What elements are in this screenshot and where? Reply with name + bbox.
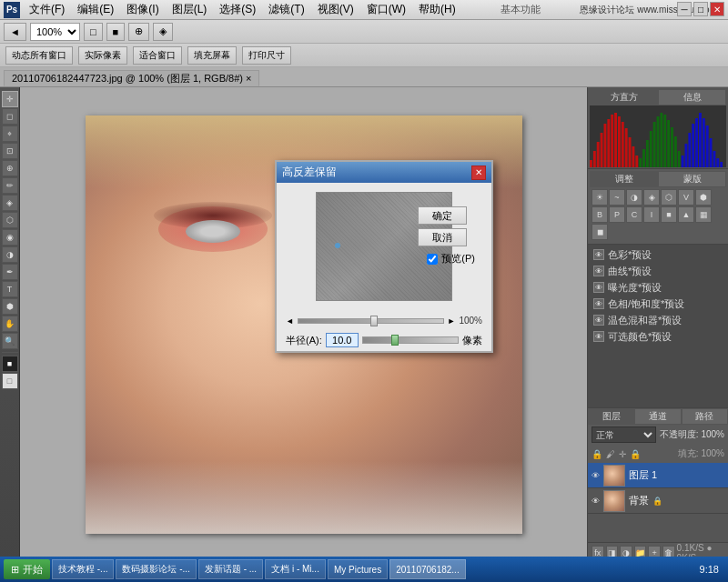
adj-item-4[interactable]: 👁 温色混和器*预设 bbox=[590, 312, 726, 328]
layer-tab1[interactable]: 图层 bbox=[588, 408, 634, 425]
layer-tab2[interactable]: 通道 bbox=[634, 408, 681, 425]
pen-tool[interactable]: ✒ bbox=[2, 264, 18, 280]
confirm-btn[interactable]: 确定 bbox=[418, 206, 467, 225]
taskbar-item-0[interactable]: 技术教程 -... bbox=[52, 559, 114, 579]
slider-thumb[interactable] bbox=[370, 316, 378, 326]
adj-btn-photo[interactable]: P bbox=[609, 206, 625, 223]
adj-btn-vibrance[interactable]: V bbox=[678, 189, 694, 206]
layer-tab3[interactable]: 路径 bbox=[682, 408, 728, 425]
blur-tool[interactable]: ◉ bbox=[2, 229, 18, 246]
adj-btn-selective[interactable]: ◼ bbox=[592, 224, 608, 240]
menu-select[interactable]: 选择(S) bbox=[214, 1, 261, 18]
adj-btn-thresh[interactable]: ▲ bbox=[678, 206, 694, 223]
adj-btn-invert[interactable]: I bbox=[643, 206, 660, 223]
toolbar-btn3[interactable]: ⊕ bbox=[128, 23, 149, 41]
start-button[interactable]: ⊞ 开始 bbox=[4, 559, 50, 579]
bucket-tool[interactable]: ⬡ bbox=[2, 212, 18, 228]
toolbar2-btn1[interactable]: 动态所有窗口 bbox=[5, 46, 73, 65]
foreground-color[interactable]: ■ bbox=[2, 356, 18, 372]
preview-checkbox[interactable]: 预览(P) bbox=[427, 252, 475, 266]
dialog-close-btn[interactable]: ✕ bbox=[471, 166, 486, 180]
eye-icon-4[interactable]: 👁 bbox=[593, 315, 604, 326]
dodge-tool[interactable]: ◑ bbox=[2, 246, 18, 263]
eye-icon-0[interactable]: 👁 bbox=[593, 249, 604, 260]
layer-item-0[interactable]: 👁 图层 1 bbox=[588, 463, 728, 488]
adj-item-2[interactable]: 👁 曝光度*预设 bbox=[590, 279, 726, 296]
adj-tab1[interactable]: 调整 bbox=[590, 171, 658, 187]
eyedrop-tool[interactable]: ⊕ bbox=[2, 160, 18, 176]
text-tool[interactable]: T bbox=[2, 281, 18, 297]
menu-image[interactable]: 图像(I) bbox=[121, 1, 164, 18]
taskbar-item-1[interactable]: 数码摄影论坛 -... bbox=[116, 559, 196, 579]
toolbar2-btn2[interactable]: 实际像素 bbox=[78, 46, 127, 65]
adj-tab2[interactable]: 蒙版 bbox=[658, 171, 726, 187]
toolbar-btn4[interactable]: ◈ bbox=[153, 23, 173, 41]
adj-btn-exposure[interactable]: ◑ bbox=[626, 189, 642, 206]
taskbar-item-3[interactable]: 文档 i - Mi... bbox=[265, 559, 326, 579]
slider-track[interactable] bbox=[298, 318, 444, 324]
zoom-select[interactable]: 100% 50% 200% bbox=[30, 23, 80, 41]
lock-pixels[interactable]: 🖌 bbox=[606, 449, 615, 459]
minimize-btn[interactable]: ─ bbox=[677, 2, 692, 16]
taskbar-item-5[interactable]: 20110706182... bbox=[389, 559, 466, 579]
radius-input[interactable] bbox=[326, 333, 359, 347]
hand-tool[interactable]: ✋ bbox=[2, 316, 18, 332]
eye-icon-2[interactable]: 👁 bbox=[593, 282, 604, 293]
adj-btn-hue[interactable]: ⬡ bbox=[661, 189, 677, 206]
select-tool[interactable]: ◻ bbox=[2, 108, 18, 125]
adj-item-1[interactable]: 👁 曲线*预设 bbox=[590, 263, 726, 279]
close-btn[interactable]: ✕ bbox=[710, 2, 724, 16]
adj-btn-poster[interactable]: ■ bbox=[661, 206, 677, 223]
move-tool[interactable]: ✛ bbox=[2, 91, 18, 107]
histogram-tab2[interactable]: 信息 bbox=[658, 89, 726, 105]
layer-visibility-0[interactable]: 👁 bbox=[592, 471, 600, 480]
eye-icon-1[interactable]: 👁 bbox=[593, 266, 604, 276]
toolbar2-btn4[interactable]: 填充屏幕 bbox=[187, 46, 237, 65]
adj-btn-bw[interactable]: B bbox=[592, 206, 608, 223]
eraser-tool[interactable]: ◈ bbox=[2, 195, 18, 211]
zoom-tool[interactable]: 🔍 bbox=[2, 333, 18, 349]
adj-btn-gradient2[interactable]: ▦ bbox=[695, 206, 712, 223]
background-color[interactable]: □ bbox=[2, 373, 18, 389]
radius-thumb[interactable] bbox=[391, 335, 399, 346]
adj-btn-curve[interactable]: ~ bbox=[609, 189, 625, 206]
adj-btn-sun[interactable]: ☀ bbox=[592, 189, 608, 206]
layer-item-1[interactable]: 👁 背景 🔒 bbox=[588, 488, 728, 514]
crop-tool[interactable]: ⊡ bbox=[2, 143, 18, 159]
eye-icon-5[interactable]: 👁 bbox=[593, 331, 604, 342]
menu-layer[interactable]: 图层(L) bbox=[167, 1, 213, 18]
adj-btn-balance[interactable]: ⬢ bbox=[695, 189, 712, 206]
document-tab[interactable]: 20110706182447723.jpg @ 100% (图层 1, RGB/… bbox=[4, 70, 259, 86]
toolbar2-btn3[interactable]: 适合窗口 bbox=[133, 46, 182, 65]
adj-btn-channel[interactable]: C bbox=[626, 206, 642, 223]
radius-slider[interactable] bbox=[362, 336, 459, 344]
brush-tool[interactable]: ✏ bbox=[2, 177, 18, 194]
menu-edit[interactable]: 编辑(E) bbox=[72, 1, 119, 18]
taskbar-item-4[interactable]: My Pictures bbox=[328, 559, 388, 579]
maximize-btn[interactable]: □ bbox=[693, 2, 708, 16]
toolbar-btn1[interactable]: □ bbox=[84, 23, 103, 41]
eye-icon-3[interactable]: 👁 bbox=[593, 298, 604, 309]
taskbar-item-2[interactable]: 发新话题 - ... bbox=[198, 559, 263, 579]
lasso-tool[interactable]: ⌖ bbox=[2, 125, 18, 142]
histogram-tab1[interactable]: 方直方 bbox=[590, 89, 658, 105]
menu-window[interactable]: 窗口(W) bbox=[361, 1, 411, 18]
preview-check[interactable] bbox=[427, 254, 438, 265]
toolbar-btn2[interactable]: ■ bbox=[106, 23, 126, 41]
path-tool[interactable]: ⬢ bbox=[2, 298, 18, 315]
adj-btn-color[interactable]: ◈ bbox=[643, 189, 660, 206]
cancel-btn[interactable]: 取消 bbox=[418, 228, 467, 246]
lock-pos[interactable]: ✛ bbox=[619, 449, 626, 459]
adj-item-3[interactable]: 👁 色相/饱和度*预设 bbox=[590, 296, 726, 312]
adj-item-5[interactable]: 👁 可选颜色*预设 bbox=[590, 328, 726, 345]
adj-item-0[interactable]: 👁 色彩*预设 bbox=[590, 246, 726, 263]
menu-help[interactable]: 帮助(H) bbox=[413, 1, 461, 18]
menu-file[interactable]: 文件(F) bbox=[24, 1, 70, 18]
menu-view[interactable]: 视图(V) bbox=[312, 1, 359, 18]
toolbar2-btn5[interactable]: 打印尺寸 bbox=[242, 46, 291, 65]
blend-mode-select[interactable]: 正常 溶解 变暗 bbox=[592, 426, 656, 443]
layer-visibility-1[interactable]: 👁 bbox=[592, 497, 600, 506]
toolbar-arrow[interactable]: ◄ bbox=[4, 23, 26, 41]
lock-all[interactable]: 🔒 bbox=[630, 449, 641, 459]
menu-filter[interactable]: 滤镜(T) bbox=[263, 1, 309, 18]
